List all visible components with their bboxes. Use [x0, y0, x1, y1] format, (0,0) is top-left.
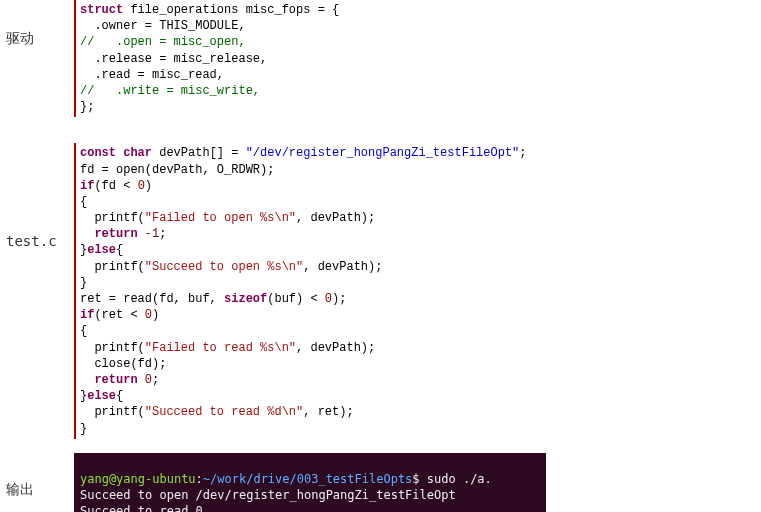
driver-code: struct file_operations misc_fops = { .ow… [74, 0, 339, 117]
kw-struct: struct [80, 3, 123, 17]
terminal-output: yang@yang-ubuntu:~/work/drive/003_testFi… [74, 453, 546, 512]
label-output: 输出 [0, 453, 74, 499]
testc-section: test.c const char devPath[] = "/dev/regi… [0, 143, 761, 438]
output-section: 输出 yang@yang-ubuntu:~/work/drive/003_tes… [0, 453, 761, 512]
label-testc: test.c [0, 143, 74, 249]
driver-section: 驱动 struct file_operations misc_fops = { … [0, 0, 761, 117]
testc-code: const char devPath[] = "/dev/register_ho… [74, 143, 527, 438]
label-driver: 驱动 [0, 0, 74, 48]
